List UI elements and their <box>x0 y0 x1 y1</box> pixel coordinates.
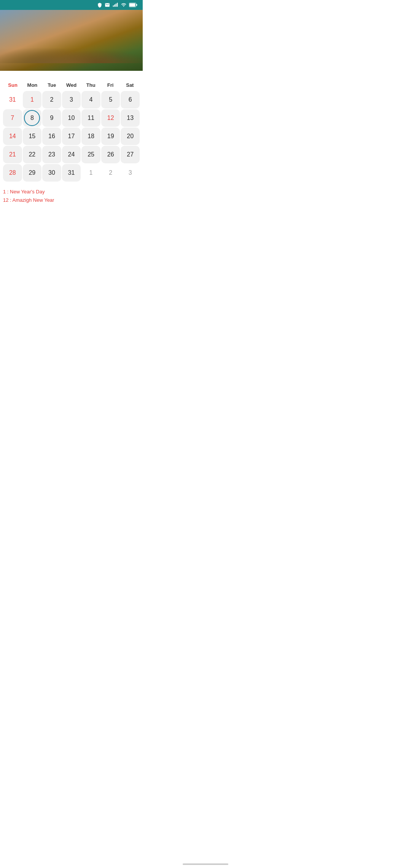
cal-day-13[interactable]: 13 <box>121 109 140 127</box>
month-navigation <box>3 71 140 80</box>
cal-day-22[interactable]: 22 <box>23 146 42 163</box>
status-icons <box>97 2 137 8</box>
cal-day-4[interactable]: 4 <box>81 91 100 108</box>
cal-day-29[interactable]: 29 <box>23 164 42 182</box>
cal-day-27[interactable]: 27 <box>121 146 140 163</box>
hero-image <box>0 10 143 71</box>
cal-day-5[interactable]: 5 <box>101 91 120 108</box>
cal-day-30[interactable]: 30 <box>42 164 61 182</box>
cal-day-15[interactable]: 15 <box>23 128 42 145</box>
cal-day-17[interactable]: 17 <box>62 128 81 145</box>
cal-day-1[interactable]: 1 <box>23 91 42 108</box>
signal-icon <box>112 2 118 8</box>
day-header-tue: Tue <box>42 80 62 90</box>
day-headers: Sun Mon Tue Wed Thu Fri Sat <box>3 80 140 90</box>
cal-day-3[interactable]: 3 <box>62 91 81 108</box>
next-month-button[interactable] <box>129 75 137 78</box>
mail-icon <box>105 2 110 8</box>
day-header-wed: Wed <box>62 80 81 90</box>
cal-day-21[interactable]: 21 <box>3 146 22 163</box>
cal-day-31[interactable]: 31 <box>62 164 81 182</box>
svg-rect-6 <box>136 4 137 6</box>
cal-day-23[interactable]: 23 <box>42 146 61 163</box>
cal-day-20[interactable]: 20 <box>121 128 140 145</box>
cal-day-32[interactable]: 1 <box>81 164 100 182</box>
calendar-grid: 3112345678910111213141516171819202122232… <box>3 91 140 182</box>
cal-day-6[interactable]: 6 <box>121 91 140 108</box>
cal-day-33[interactable]: 2 <box>101 164 120 182</box>
day-header-fri: Fri <box>100 80 120 90</box>
wifi-icon <box>121 2 127 8</box>
cal-day-8[interactable]: 8 <box>23 109 42 127</box>
svg-rect-1 <box>114 5 115 7</box>
svg-rect-5 <box>129 3 135 7</box>
cal-day-10[interactable]: 10 <box>62 109 81 127</box>
status-bar <box>0 0 143 10</box>
svg-rect-2 <box>116 4 116 7</box>
day-header-thu: Thu <box>81 80 100 90</box>
calendar-container: Sun Mon Tue Wed Thu Fri Sat 311234567891… <box>0 71 143 182</box>
prev-month-button[interactable] <box>6 75 14 78</box>
svg-rect-3 <box>117 3 118 7</box>
cal-day-19[interactable]: 19 <box>101 128 120 145</box>
cal-day-34[interactable]: 3 <box>121 164 140 182</box>
cal-day-18[interactable]: 18 <box>81 128 100 145</box>
day-header-sun: Sun <box>3 80 22 90</box>
cal-day-14[interactable]: 14 <box>3 128 22 145</box>
cal-day-25[interactable]: 25 <box>81 146 100 163</box>
holiday-item-1: 12 : Amazigh New Year <box>3 196 140 204</box>
holidays-section: 1 : New Year's Day12 : Amazigh New Year <box>0 188 143 212</box>
day-header-mon: Mon <box>22 80 42 90</box>
cal-day-12[interactable]: 12 <box>101 109 120 127</box>
shield-icon <box>97 2 102 8</box>
cal-day-9[interactable]: 9 <box>42 109 61 127</box>
cal-day-24[interactable]: 24 <box>62 146 81 163</box>
cal-day-0[interactable]: 31 <box>3 91 22 108</box>
day-header-sat: Sat <box>120 80 140 90</box>
cal-day-16[interactable]: 16 <box>42 128 61 145</box>
holiday-item-0: 1 : New Year's Day <box>3 188 140 196</box>
cal-day-28[interactable]: 28 <box>3 164 22 182</box>
cal-day-7[interactable]: 7 <box>3 109 22 127</box>
cal-day-2[interactable]: 2 <box>42 91 61 108</box>
svg-rect-0 <box>113 5 114 7</box>
cal-day-11[interactable]: 11 <box>81 109 100 127</box>
cal-day-26[interactable]: 26 <box>101 146 120 163</box>
battery-icon <box>129 3 137 7</box>
